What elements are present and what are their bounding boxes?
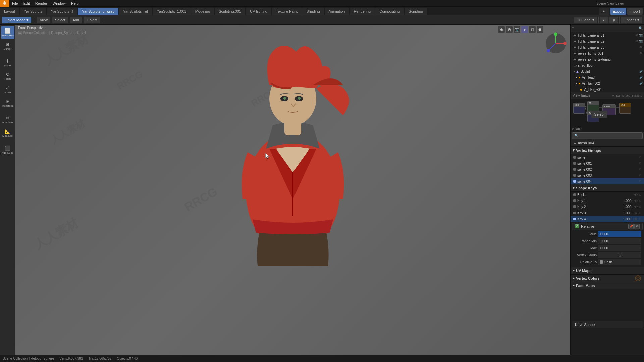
tab-animation[interactable]: Animation	[325, 8, 349, 15]
eye-icon-3[interactable]: 👁	[640, 52, 643, 55]
menu-edit[interactable]: Edit	[21, 0, 33, 7]
vgroup-spine001[interactable]: spine.001 □	[571, 160, 644, 166]
menu-help[interactable]: Help	[68, 0, 82, 7]
relative-checkbox-row[interactable]: ✓ Relative 📌 ✕	[572, 223, 643, 230]
add-btn[interactable]: Add	[70, 17, 82, 23]
vertex-colors-section[interactable]: ▸ Vertex Colors	[571, 275, 644, 282]
proportional-btn[interactable]: ◎	[609, 17, 618, 23]
tool-add-cube[interactable]: ⬛ Add Cube	[1, 143, 14, 156]
object-btn[interactable]: Object	[84, 17, 100, 23]
tab-texture-paint[interactable]: Texture Paint	[272, 8, 302, 15]
sk-eye-4[interactable]: 👁	[634, 217, 638, 221]
outliner-sculpt[interactable]: ▾ ▲ Sculpt 🔗	[571, 68, 644, 74]
select-btn[interactable]: Select	[52, 17, 68, 23]
camera-btn[interactable]: 📷	[514, 26, 520, 33]
vgroup-spine003[interactable]: spine.003 □	[571, 172, 644, 178]
outliner-vi-head[interactable]: ▾ ● Vi_Head 🔗	[571, 74, 644, 80]
viewport-gizmo[interactable]: X Y Z	[544, 32, 568, 55]
camera-icon-0[interactable]: 📷	[639, 34, 643, 37]
shape-key-4[interactable]: Key 4 1.000 👁 □	[571, 216, 644, 222]
select-button[interactable]: Select	[591, 111, 607, 118]
uv-maps-section[interactable]: ▸ UV Maps	[571, 267, 644, 275]
outliner-vi-hair-v02[interactable]: ▾ ● Vi_Hair_v02 🔗	[571, 80, 644, 86]
tool-move[interactable]: ✛ Move	[1, 56, 14, 69]
viewport[interactable]: 人人素材 RRCG 人人素材 RRCG 人人素材 RRCG 人人素材 RRCG	[15, 25, 570, 355]
filter-icon[interactable]: ≡	[572, 26, 574, 30]
menu-window[interactable]: Window	[50, 0, 68, 7]
tab-yansculpts[interactable]: YanSculpts	[20, 8, 46, 15]
tool-transform[interactable]: ⊞ Transform	[1, 97, 14, 109]
object-mode-btn[interactable]: Object Mode ▾	[2, 17, 31, 23]
expand-vi-hair[interactable]: ▾	[576, 82, 578, 85]
eye-icon-2[interactable]: 👁	[640, 46, 643, 49]
zoom-out-btn[interactable]: ⊖	[506, 26, 513, 33]
properties-search[interactable]: 🔍	[572, 132, 643, 139]
tool-annotate[interactable]: ✏ Annotate	[1, 113, 14, 126]
zoom-in-btn[interactable]: ⊕	[498, 26, 505, 33]
tab-yansculpts-1001[interactable]: YanSculpts_1.001	[153, 8, 190, 15]
tool-measure[interactable]: 📐 Measure	[1, 127, 14, 139]
search-icon[interactable]: 🔍	[639, 26, 643, 30]
tab-scripting[interactable]: Scripting	[405, 8, 427, 15]
vgroup-spine[interactable]: spine □	[571, 154, 644, 160]
vgroup-spine004[interactable]: spine.004 □	[571, 178, 644, 184]
outliner-vi-hair-v01[interactable]: ● Vi_Hair_v01	[571, 86, 644, 92]
outliner-revee-joints[interactable]: ☀ revee_joints_texturing	[571, 56, 644, 62]
tab-modeling[interactable]: Modeling	[191, 8, 214, 15]
relative-pin-btn[interactable]: 📌	[628, 224, 634, 229]
tool-cursor[interactable]: ⊕ Cursor	[1, 40, 14, 52]
vertex-group-prop-field[interactable]: ⊞	[598, 252, 641, 258]
tab-sculpting[interactable]: Sculpting.001	[215, 8, 245, 15]
expand-sculpt[interactable]: ▾	[573, 70, 575, 73]
tab-shading[interactable]: Shading	[302, 8, 324, 15]
relative-to-field[interactable]: Basis	[598, 259, 641, 265]
outliner-lights-camera-02[interactable]: ☀ lights_camera_02 👁 📷	[571, 38, 644, 44]
view-btn[interactable]: View	[37, 17, 50, 23]
value-field[interactable]: 1.000	[598, 231, 641, 237]
tab-yansculpts-unwrap[interactable]: YanSculpts_unwrap	[78, 8, 118, 15]
shape-keys-section[interactable]: ▾ Shape Keys	[571, 184, 644, 192]
global-btn[interactable]: ⊞ Global ▾	[574, 17, 597, 23]
options-btn[interactable]: Options ▾	[621, 17, 642, 23]
menu-render[interactable]: Render	[33, 0, 50, 7]
range-min-field[interactable]: 0.000	[598, 238, 641, 244]
sk-eye-basis[interactable]: 👁	[634, 193, 638, 197]
import-btn[interactable]: Import	[627, 8, 643, 15]
relative-close-btn[interactable]: ✕	[634, 224, 640, 229]
tab-rendering[interactable]: Rendering	[350, 8, 375, 15]
shape-key-3[interactable]: Key 3 1.000 👁 □	[571, 210, 644, 216]
material-preview-image[interactable]: Image	[581, 94, 591, 97]
shading-render-btn[interactable]: ◉	[537, 26, 543, 33]
sk-eye-2[interactable]: 👁	[634, 205, 638, 209]
outliner-revee-lights[interactable]: ☀ revee_lights_001 👁	[571, 50, 644, 56]
sk-eye-1[interactable]: 👁	[634, 199, 638, 203]
tab-layout[interactable]: Layout	[0, 8, 19, 15]
tab-yansculpts-ret[interactable]: YanSculpts_ret	[119, 8, 152, 15]
shape-key-2[interactable]: Key 2 1.000 👁 □	[571, 204, 644, 210]
vertex-groups-section[interactable]: ▾ Vertex Groups	[571, 147, 644, 154]
shape-key-1[interactable]: Key 1 1.000 👁 □	[571, 198, 644, 204]
face-maps-section[interactable]: ▸ Face Maps	[571, 282, 644, 289]
camera-icon-1[interactable]: 📷	[639, 40, 643, 43]
menu-file[interactable]: File	[9, 0, 21, 7]
eye-icon-1[interactable]: 👁	[635, 40, 638, 43]
shading-wire-btn[interactable]: ◻	[529, 26, 536, 33]
range-max-field[interactable]: 1.000	[598, 245, 641, 251]
expand-vi-head[interactable]: ▾	[576, 76, 578, 79]
shape-key-basis[interactable]: Basis 👁 □	[571, 192, 644, 198]
snap-btn[interactable]: ⊙	[600, 17, 608, 23]
tab-add[interactable]: +	[599, 8, 609, 15]
material-preview-view[interactable]: View	[573, 94, 580, 97]
relative-checkbox[interactable]: ✓	[575, 224, 579, 228]
outliner-lights-camera-01[interactable]: ☀ lights_camera_01 👁 📷	[571, 32, 644, 38]
outliner-lights-camera-03[interactable]: ☀ lights_camera_03 👁	[571, 44, 644, 50]
eye-icon-0[interactable]: 👁	[635, 34, 638, 37]
tab-uv-editing[interactable]: UV Editing	[246, 8, 271, 15]
outliner-shad-floor[interactable]: ▭ shad_floor	[571, 62, 644, 68]
export-btn[interactable]: Export	[610, 8, 626, 15]
tab-compositing[interactable]: Compositing	[375, 8, 404, 15]
tool-select-box[interactable]: ⬜ Select Box	[1, 26, 14, 39]
shading-solid-btn[interactable]: ●	[521, 26, 528, 33]
tab-yansculpts-j[interactable]: YanSculpts_J	[47, 8, 77, 15]
vgroup-spine002[interactable]: spine.002 □	[571, 166, 644, 172]
